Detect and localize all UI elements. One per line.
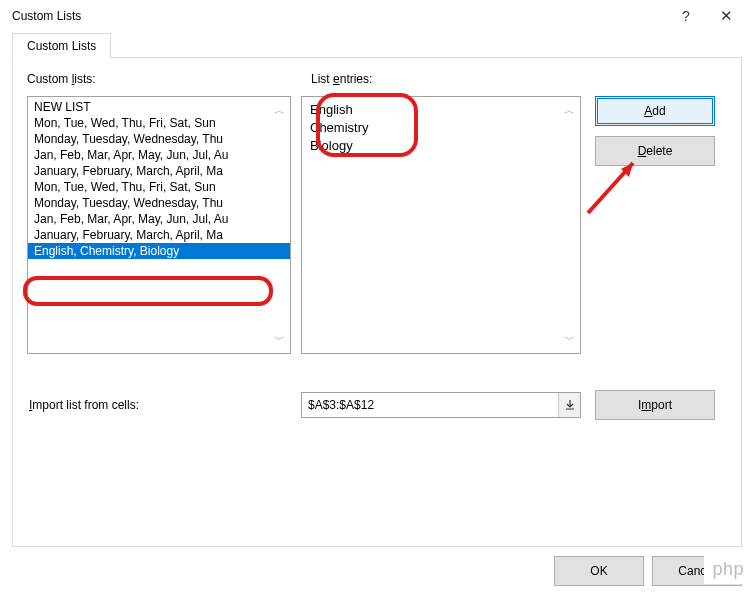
entries-scrollbar[interactable]: ︿ ﹀: [561, 97, 577, 353]
chevron-up-icon[interactable]: ︿: [271, 103, 287, 118]
import-label: Import list from cells:: [27, 398, 291, 412]
add-button[interactable]: Add: [595, 96, 715, 126]
help-icon[interactable]: ?: [666, 8, 706, 24]
list-item[interactable]: January, February, March, April, Ma: [28, 163, 290, 179]
entry-item: English: [310, 101, 572, 119]
titlebar: Custom Lists ? ✕: [0, 0, 754, 32]
list-item[interactable]: January, February, March, April, Ma: [28, 227, 290, 243]
delete-button[interactable]: Delete: [595, 136, 715, 166]
collapse-dialog-icon[interactable]: [558, 393, 580, 417]
import-button[interactable]: Import: [595, 390, 715, 420]
list-entries-box[interactable]: English Chemistry Biology ︿ ﹀: [301, 96, 581, 354]
list-entries-label: List entries:: [311, 72, 372, 86]
entry-item: Biology: [310, 137, 572, 155]
window-title: Custom Lists: [12, 9, 666, 23]
custom-lists-label: Custom lists:: [27, 72, 311, 86]
entry-item: Chemistry: [310, 119, 572, 137]
watermark: php: [704, 555, 752, 584]
ok-button[interactable]: OK: [554, 556, 644, 586]
list-item[interactable]: Monday, Tuesday, Wednesday, Thu: [28, 195, 290, 211]
list-item[interactable]: Jan, Feb, Mar, Apr, May, Jun, Jul, Au: [28, 147, 290, 163]
list-item[interactable]: Monday, Tuesday, Wednesday, Thu: [28, 131, 290, 147]
chevron-up-icon[interactable]: ︿: [561, 103, 577, 118]
list-item[interactable]: English, Chemistry, Biology: [28, 243, 290, 259]
close-icon[interactable]: ✕: [706, 7, 746, 25]
chevron-down-icon[interactable]: ﹀: [561, 332, 577, 347]
list-item[interactable]: NEW LIST: [28, 99, 290, 115]
list-item[interactable]: Jan, Feb, Mar, Apr, May, Jun, Jul, Au: [28, 211, 290, 227]
listbox-scrollbar[interactable]: ︿ ﹀: [271, 97, 287, 353]
list-item[interactable]: Mon, Tue, Wed, Thu, Fri, Sat, Sun: [28, 179, 290, 195]
list-item[interactable]: Mon, Tue, Wed, Thu, Fri, Sat, Sun: [28, 115, 290, 131]
tab-panel: Custom lists: List entries: NEW LIST Mon…: [13, 58, 741, 546]
chevron-down-icon[interactable]: ﹀: [271, 332, 287, 347]
tab-custom-lists[interactable]: Custom Lists: [12, 33, 111, 59]
import-cells-input[interactable]: [301, 392, 581, 418]
custom-lists-listbox[interactable]: NEW LIST Mon, Tue, Wed, Thu, Fri, Sat, S…: [27, 96, 291, 354]
